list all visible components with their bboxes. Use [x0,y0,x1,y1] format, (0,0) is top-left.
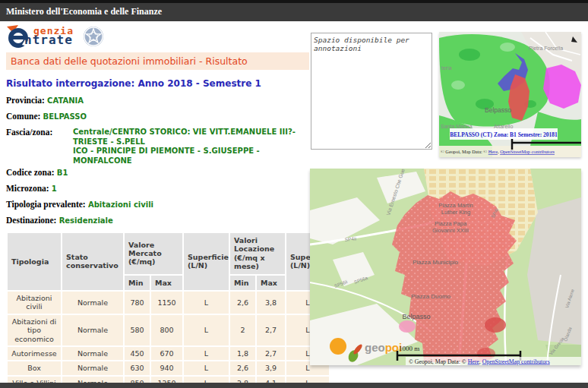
cell-vl-min: 2 [230,315,255,345]
field-label: Comune: [6,112,40,121]
attribution-text: © Geopoi, Map Data: © [441,149,488,154]
map-label: Altarello [494,124,513,129]
field-label: Microzona: [6,184,49,193]
header-vl-max: Max [257,276,285,290]
field-label: Codice zona: [6,168,55,177]
map-label: Pietra Forcella [529,46,563,51]
header-tipologia: Tipologia [8,233,61,290]
logo-row: genzia ntrate [6,25,309,50]
cell-sup1: L [184,315,229,345]
page: Ministero dell'Economia e delle Finanze … [0,0,588,388]
banner-title: Banca dati delle quotazioni immobiliari … [11,55,248,67]
cell-stato: Normale [62,347,123,360]
field-label: Fascia/zona: [6,128,73,166]
logo-text-bottom: ntrate [24,35,74,46]
cell-vl-min: 1,8 [230,347,255,360]
cell-vm-max: 940 [151,361,182,374]
bottom-bar [0,383,588,388]
map-label: teria [441,65,452,71]
field-fascia-zona: Fascia/zona: Centrale/CENTRO STORICO: VI… [6,128,309,166]
field-tipologia-prevalente: Tipologia prevalente: Abitazioni civili [6,200,309,209]
table-row: Abitazioni civili Normale 780 1150 L 2,6… [8,292,329,314]
main-content: genzia ntrate Banca dati delle quotazion… [6,25,309,388]
agenzia-entrate-logo: genzia ntrate [6,25,74,49]
table-row: Box Normale 630 940 L 2,6 3,9 L [8,361,329,374]
field-value: Residenziale [59,216,113,225]
cell-sup1: L [184,347,229,360]
header-vm-max: Max [151,276,182,290]
table-header-row: Tipologia Stato conservativo Valore Merc… [8,233,329,274]
place-label: Luther King [441,209,470,216]
header-valori-locazione: Valori Locazione (€/mq x mese) [230,233,285,274]
quotes-table: Tipologia Stato conservativo Valore Merc… [6,232,330,388]
here-link[interactable]: Here [488,149,498,154]
table-row: Autorimesse Normale 450 670 L 1,8 2,7 L [8,347,329,360]
field-label: Provincia: [6,96,45,105]
field-value: BELPASSO [43,112,87,121]
field-label: Tipologia prevalente: [6,200,86,209]
cell-vl-max: 2,7 [257,347,285,360]
cell-vm-min: 580 [125,315,150,345]
cell-vm-min: 780 [125,292,150,314]
openstreetmap-link[interactable]: OpenStreetMap contributors [500,149,555,154]
cell-vl-max: 3,8 [257,292,285,314]
italy-emblem-icon [82,25,105,51]
place-label: Piazza Martin [438,202,473,209]
cell-vm-max: 800 [151,315,182,345]
ministry-title: Ministero dell'Economia e delle Finanze [0,3,162,21]
field-value: B1 [57,169,68,177]
field-value: Abitazioni civili [88,200,153,209]
cell-vm-min: 630 [125,361,150,374]
detail-attribution: © Geopoi, Map Data: © Here, OpenStreetMa… [409,358,550,365]
cell-vm-max: 670 [151,347,182,360]
header-vl-min: Min [230,276,255,290]
cell-stato: Normale [62,315,123,345]
place-label: Piazza Municipio [413,259,459,266]
page-banner: Banca dati delle quotazioni immobiliari … [6,52,309,70]
cell-tipologia: Abitazioni di tipo economico [8,315,61,345]
logo-text: genzia ntrate [24,27,74,46]
cell-vl-min: 2,6 [230,361,255,374]
cell-stato: Normale [62,361,123,374]
header-valore-mercato: Valore Mercato (€/mq) [125,233,182,274]
detail-map[interactable]: Via Ernesto Che Guevara SP4ii SP4i Piazz… [310,169,581,365]
map-label: Belpasso [485,106,511,114]
place-label: Giovanni XXIII [432,227,469,234]
place-label: Piazza Duomo [411,293,451,300]
field-label: Destinazione: [6,216,56,225]
field-provincia: Provincia: CATANIA [6,96,309,105]
cell-sup1: L [184,292,229,314]
cell-stato: Normale [62,292,123,314]
attribution-text: © Geopoi, Map Data: © [409,358,468,365]
field-value: 1 [52,185,57,193]
result-heading: Risultato interrogazione: Anno 2018 - Se… [6,78,309,89]
cell-vl-min: 2,6 [230,292,255,314]
header-stato-conservativo: Stato conservativo [62,233,123,290]
here-link[interactable]: Here [468,358,480,365]
header-vm-min: Min [125,276,150,290]
top-bar: Ministero dell'Economia e delle Finanze [0,0,588,21]
cell-vl-max: 3,9 [257,361,285,374]
overview-caption: BELPASSO (CT) Zona: B1 Semestre: 20181 [450,131,558,138]
cell-tipologia: Abitazioni civili [8,292,61,314]
field-microzona: Microzona: 1 [6,184,309,193]
field-destinazione: Destinazione: Residenziale [6,216,309,225]
header-superficie-1: Superficie (L/N) [184,233,229,290]
cell-vm-max: 1150 [151,292,182,314]
field-value: Centrale/CENTRO STORICO: VIE VITT.EMANUE… [73,128,307,166]
place-label: Piazza Papa [435,220,467,227]
table-row: Abitazioni di tipo economico Normale 580… [8,315,329,345]
cell-vl-max: 2,7 [257,315,285,345]
field-comune: Comune: BELPASSO [6,112,309,121]
overview-map[interactable]: teria Pietra Forcella Belpasso Santa Mar… [439,32,581,157]
cell-sup1: L [184,361,229,374]
place-label: Belpasso [402,313,430,320]
openstreetmap-link[interactable]: OpenStreetMap contributors [482,358,550,365]
cell-vm-min: 450 [125,347,150,360]
field-value: CATANIA [47,96,84,105]
annotations-textarea[interactable]: Spazio disponibile per annotazioni [311,33,432,150]
cell-tipologia: Autorimesse [8,347,61,360]
cell-tipologia: Box [8,361,61,374]
field-codice-zona: Codice zona: B1 [6,168,309,177]
map-label: Santa Marina [441,124,473,129]
